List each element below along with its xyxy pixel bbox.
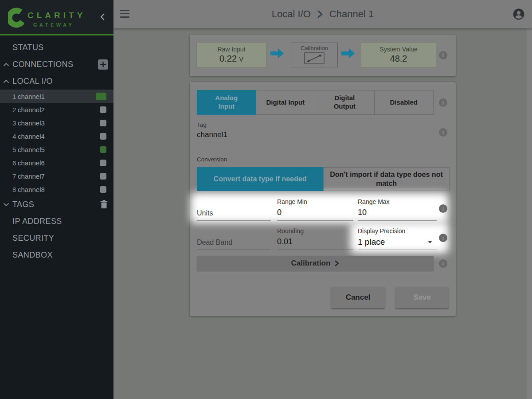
breadcrumb: Local I/O Channel 1	[113, 0, 532, 28]
channel-list-item-1[interactable]: 1 channel1	[0, 90, 113, 103]
tag-input-underline	[197, 142, 434, 142]
calibration-button-label: Calibration	[291, 259, 331, 268]
display-precision-select[interactable]: 1 place	[358, 236, 437, 248]
save-button[interactable]: Save	[395, 287, 449, 308]
channel-status-indicator	[100, 120, 106, 126]
top-bar: Local I/O Channel 1	[113, 0, 532, 28]
conversion-toggle: Convert data type if needed Don't import…	[197, 167, 450, 191]
brand-text: CLARITY GATEWAY	[27, 11, 86, 27]
channel-list-item-2[interactable]: 2 channel2	[0, 103, 113, 116]
sidebar-collapse-icon[interactable]	[98, 12, 107, 21]
channel-status-indicator	[100, 186, 106, 193]
range-max-input[interactable]: 10	[358, 208, 437, 217]
info-icon[interactable]: i	[439, 259, 447, 268]
channel-number: 5	[0, 146, 15, 153]
channel-status-indicator	[100, 173, 106, 180]
channel-status-indicator	[100, 133, 106, 140]
tag-input[interactable]: channel1	[197, 130, 227, 139]
channel-list-item-5[interactable]: 5 channel5	[0, 143, 113, 156]
channel-list-item-6[interactable]: 6 channel6	[0, 156, 113, 169]
sidebar-item-status[interactable]: STATUS	[0, 39, 113, 56]
channel-type-tabs: Analog Input Digital Input Digital Outpu…	[197, 90, 434, 115]
system-value-box: System Value 48.2	[361, 42, 436, 68]
app-window: CLARITY GATEWAY STATUS CONNECTIONS LOCAL…	[0, 0, 532, 399]
caret-down-icon	[4, 203, 9, 206]
conversion-label: Conversion	[197, 156, 227, 163]
plus-icon	[100, 62, 106, 67]
raw-input-label: Raw Input	[197, 46, 266, 53]
signal-flow-card: Raw Input 0.22 V Calibration System Valu	[190, 35, 456, 76]
raw-input-value: 0.22 V	[197, 54, 266, 64]
caret-up-icon	[4, 63, 9, 66]
channel-config-card: Analog Input Digital Input Digital Outpu…	[190, 82, 456, 316]
tab-digital-output[interactable]: Digital Output	[315, 90, 375, 115]
sidebar-item-security[interactable]: SECURITY	[0, 230, 113, 246]
dropdown-caret-icon	[428, 241, 432, 243]
info-icon[interactable]: i	[439, 98, 447, 107]
channel-name: channel1	[15, 93, 45, 100]
arrow-right-icon	[341, 48, 355, 59]
info-icon[interactable]: i	[439, 204, 447, 213]
display-precision-value: 1 place	[358, 237, 385, 247]
sidebar-item-label: TAGS	[12, 200, 34, 209]
sidebar-item-sandbox[interactable]: SANDBOX	[0, 246, 113, 263]
channel-number: 7	[0, 172, 15, 180]
channel-name: channel4	[15, 133, 45, 140]
conversion-option-dont-import[interactable]: Don't import if data type does not match	[323, 167, 450, 191]
channel-name: channel5	[15, 146, 45, 153]
calibration-box[interactable]: Calibration	[291, 43, 338, 67]
raw-input-box: Raw Input 0.22 V	[196, 42, 266, 68]
channel-number: 6	[0, 159, 15, 167]
trash-icon[interactable]	[100, 200, 108, 209]
breadcrumb-chevron-icon	[317, 10, 323, 19]
raw-input-unit: V	[239, 56, 243, 63]
breadcrumb-parent[interactable]: Local I/O	[272, 8, 311, 20]
channel-name: channel6	[15, 159, 45, 167]
channel-number: 3	[0, 119, 15, 127]
sidebar-item-label: LOCAL I/O	[12, 77, 53, 86]
calibration-button[interactable]: Calibration	[197, 256, 434, 271]
rounding-label: Rounding	[277, 227, 353, 235]
units-input[interactable]: Units	[197, 209, 271, 217]
cancel-button[interactable]: Cancel	[331, 287, 385, 308]
channel-list-item-4[interactable]: 4 channel4	[0, 129, 113, 143]
range-max-underline	[358, 220, 437, 221]
channel-list-item-8[interactable]: 8 channel8	[0, 183, 113, 196]
tag-field-label: Tag	[197, 121, 207, 128]
dead-band-input[interactable]: Dead Band	[197, 239, 271, 246]
caret-up-icon	[4, 79, 9, 83]
sidebar-item-tags[interactable]: TAGS	[0, 196, 113, 213]
scrollbar[interactable]	[527, 28, 532, 399]
channel-name: channel2	[15, 106, 45, 113]
conversion-option-convert[interactable]: Convert data type if needed	[197, 167, 323, 191]
range-min-underline	[277, 220, 353, 221]
tab-analog-input[interactable]: Analog Input	[197, 90, 256, 115]
sidebar-header: CLARITY GATEWAY	[0, 0, 113, 35]
units-underline	[197, 220, 271, 221]
breadcrumb-current: Channel 1	[329, 8, 374, 20]
sidebar-item-ip-address[interactable]: IP ADDRESS	[0, 213, 113, 230]
calibration-curve-icon	[304, 52, 325, 64]
info-icon[interactable]: i	[439, 128, 447, 137]
tab-digital-input[interactable]: Digital Input	[256, 90, 316, 115]
channel-list-item-7[interactable]: 7 channel7	[0, 169, 113, 183]
account-icon[interactable]	[512, 8, 525, 20]
channel-status-indicator	[100, 106, 106, 113]
main-area: Local I/O Channel 1 Raw Input 0.22 V Cal…	[113, 0, 532, 399]
range-min-input[interactable]: 0	[277, 208, 353, 217]
channel-list-item-3[interactable]: 3 channel3	[0, 116, 113, 129]
sidebar-item-label: IP ADDRESS	[12, 217, 62, 226]
add-connection-button[interactable]	[98, 59, 108, 70]
display-precision-label: Display Precision	[358, 227, 437, 235]
channel-number: 2	[0, 106, 15, 113]
info-icon[interactable]: i	[439, 51, 447, 59]
sidebar-item-connections[interactable]: CONNECTIONS	[0, 56, 113, 73]
rounding-input[interactable]: 0.01	[277, 237, 353, 246]
channel-number: 4	[0, 133, 15, 140]
calibration-box-label: Calibration	[291, 45, 337, 51]
sidebar-item-label: STATUS	[12, 43, 44, 52]
tab-disabled[interactable]: Disabled	[374, 90, 434, 115]
sidebar-item-local-io[interactable]: LOCAL I/O	[0, 73, 113, 90]
info-icon[interactable]: i	[439, 234, 447, 242]
sidebar-item-label: CONNECTIONS	[12, 60, 73, 69]
